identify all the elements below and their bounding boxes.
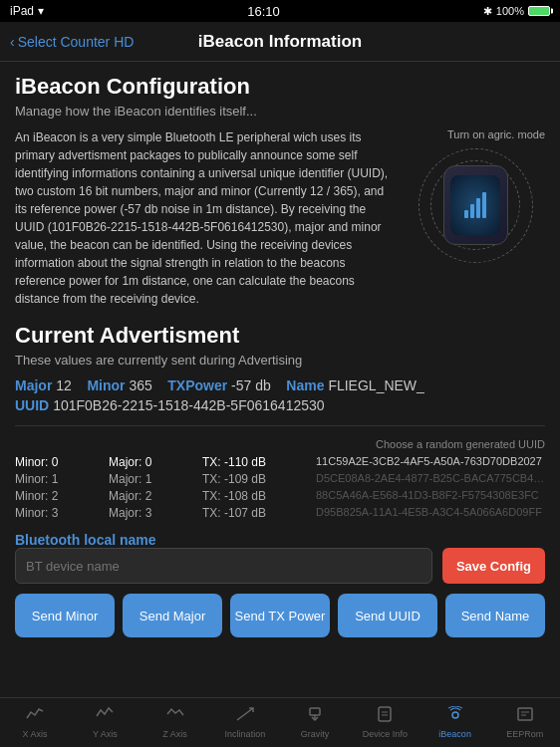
tab-eeprom[interactable]: EEPRom bbox=[490, 698, 560, 747]
status-time: 16:10 bbox=[247, 4, 280, 19]
tab-bar: X Axis Y Axis Z Axis Inclination Gravity… bbox=[0, 697, 560, 747]
row0-major: Major: 0 bbox=[109, 455, 198, 469]
tab-y-axis[interactable]: Y Axis bbox=[70, 698, 140, 747]
row1-tx: TX: -109 dB bbox=[202, 472, 312, 486]
nav-back-label: Select Counter HD bbox=[18, 34, 135, 50]
row2-uuid: 88C5A46A-E568-41D3-B8F2-F5754308E3FC bbox=[316, 489, 545, 503]
beacon-signal bbox=[464, 192, 486, 218]
send-uuid-button[interactable]: Send UUID bbox=[338, 594, 437, 637]
agric-mode-label: Turn on agric. mode bbox=[406, 128, 545, 140]
device-info-icon bbox=[375, 706, 395, 727]
svg-rect-1 bbox=[310, 708, 320, 715]
eeprom-icon bbox=[515, 706, 535, 727]
row2-minor: Minor: 2 bbox=[15, 489, 105, 503]
advertisment-section: Current Advertisment These values are cu… bbox=[15, 323, 545, 413]
tab-ibeacon[interactable]: iBeacon bbox=[420, 698, 490, 747]
beacon-screen bbox=[450, 175, 500, 235]
nav-back-button[interactable]: ‹ Select Counter HD bbox=[10, 34, 134, 50]
send-major-button[interactable]: Send Major bbox=[123, 594, 222, 637]
ibeacon-visual: Turn on agric. mode bbox=[406, 128, 545, 308]
battery-icon bbox=[528, 6, 550, 16]
tab-device-info-label: Device Info bbox=[363, 729, 408, 739]
save-config-button[interactable]: Save Config bbox=[442, 548, 545, 584]
ibeacon-icon bbox=[445, 706, 465, 727]
tab-z-axis-label: Z Axis bbox=[162, 729, 187, 739]
content-area: An iBeacon is a very simple Bluetooth LE… bbox=[15, 128, 545, 308]
beacon-container bbox=[416, 145, 535, 265]
config-section-subtitle: Manage how the iBeacon identifies itself… bbox=[15, 104, 545, 119]
action-buttons: Send Minor Send Major Send TX Power Send… bbox=[15, 594, 545, 637]
bluetooth-name-input[interactable] bbox=[15, 548, 432, 584]
beacon-device bbox=[443, 165, 508, 245]
tab-x-axis-label: X Axis bbox=[23, 729, 48, 739]
send-minor-button[interactable]: Send Minor bbox=[15, 594, 115, 637]
row3-uuid: D95B825A-11A1-4E5B-A3C4-5A066A6D09FF bbox=[316, 506, 545, 520]
svg-point-6 bbox=[452, 712, 458, 718]
tab-inclination[interactable]: Inclination bbox=[210, 698, 280, 747]
wifi-icon: ▾ bbox=[38, 4, 44, 18]
x-axis-icon bbox=[25, 706, 45, 727]
tab-gravity[interactable]: Gravity bbox=[280, 698, 350, 747]
svg-rect-3 bbox=[379, 707, 391, 721]
advert-section-title: Current Advertisment bbox=[15, 323, 545, 349]
bluetooth-section: Bluetooth local name Save Config bbox=[15, 532, 545, 584]
config-section-title: iBeacon Configuration bbox=[15, 74, 545, 100]
tab-eeprom-label: EEPRom bbox=[506, 729, 543, 739]
divider bbox=[15, 425, 545, 426]
nav-title: iBeacon Information bbox=[198, 32, 362, 52]
config-description: An iBeacon is a very simple Bluetooth LE… bbox=[15, 128, 391, 308]
svg-rect-7 bbox=[518, 708, 532, 720]
table-row[interactable]: Minor: 0 Major: 0 TX: -110 dB 11C59A2E-3… bbox=[15, 455, 545, 469]
tab-x-axis[interactable]: X Axis bbox=[0, 698, 70, 747]
row1-uuid: D5CE08A8-2AE4-4877-B25C-BACA775CB499 bbox=[316, 472, 545, 486]
table-row[interactable]: Minor: 2 Major: 2 TX: -108 dB 88C5A46A-E… bbox=[15, 489, 545, 503]
advert-major-row: Major 12 Minor 365 TXPower -57 db Name F… bbox=[15, 377, 545, 393]
battery-percent: 100% bbox=[496, 5, 524, 17]
chevron-left-icon: ‹ bbox=[10, 34, 15, 50]
bluetooth-row: Save Config bbox=[15, 548, 545, 584]
table-row[interactable]: Minor: 3 Major: 3 TX: -107 dB D95B825A-1… bbox=[15, 506, 545, 520]
uuid-header: Choose a random generated UUID bbox=[15, 438, 545, 450]
advert-major-label: Major bbox=[15, 377, 52, 393]
advert-minor-label: Minor bbox=[87, 377, 125, 393]
carrier-text: iPad bbox=[10, 4, 34, 18]
data-table: Choose a random generated UUID Minor: 0 … bbox=[15, 438, 545, 520]
y-axis-icon bbox=[95, 706, 115, 727]
row3-minor: Minor: 3 bbox=[15, 506, 105, 520]
send-name-button[interactable]: Send Name bbox=[445, 594, 545, 637]
row0-uuid: 11C59A2E-3CB2-4AF5-A50A-763D70DB2027 bbox=[316, 455, 545, 469]
signal-bar-4 bbox=[482, 192, 486, 218]
row1-major: Major: 1 bbox=[109, 472, 198, 486]
row2-major: Major: 2 bbox=[109, 489, 198, 503]
advert-section-subtitle: These values are currently sent during A… bbox=[15, 353, 545, 368]
tab-y-axis-label: Y Axis bbox=[93, 729, 118, 739]
bluetooth-icon: ✱ bbox=[483, 5, 492, 18]
advert-uuid-label: UUID bbox=[15, 397, 49, 413]
signal-bar-1 bbox=[464, 210, 468, 218]
nav-bar: ‹ Select Counter HD iBeacon Information bbox=[0, 22, 560, 62]
tab-z-axis[interactable]: Z Axis bbox=[140, 698, 210, 747]
row0-tx: TX: -110 dB bbox=[202, 455, 312, 469]
row2-tx: TX: -108 dB bbox=[202, 489, 312, 503]
tab-ibeacon-label: iBeacon bbox=[438, 729, 471, 739]
advert-txpower-label: TXPower bbox=[167, 377, 227, 393]
advert-uuid-row: UUID 101F0B26-2215-1518-442B-5F061641253… bbox=[15, 397, 545, 413]
signal-bar-3 bbox=[476, 198, 480, 218]
row0-minor: Minor: 0 bbox=[15, 455, 105, 469]
table-row[interactable]: Minor: 1 Major: 1 TX: -109 dB D5CE08A8-2… bbox=[15, 472, 545, 486]
status-bar: iPad ▾ 16:10 ✱ 100% bbox=[0, 0, 560, 22]
tab-gravity-label: Gravity bbox=[301, 729, 330, 739]
send-tx-power-button[interactable]: Send TX Power bbox=[230, 594, 330, 637]
row1-minor: Minor: 1 bbox=[15, 472, 105, 486]
tab-inclination-label: Inclination bbox=[225, 729, 266, 739]
svg-line-0 bbox=[237, 708, 253, 720]
gravity-icon bbox=[305, 706, 325, 727]
advert-name-label: Name bbox=[286, 377, 324, 393]
z-axis-icon bbox=[165, 706, 185, 727]
status-right: ✱ 100% bbox=[483, 5, 550, 18]
row3-major: Major: 3 bbox=[109, 506, 198, 520]
tab-device-info[interactable]: Device Info bbox=[350, 698, 420, 747]
inclination-icon bbox=[235, 706, 255, 727]
row3-tx: TX: -107 dB bbox=[202, 506, 312, 520]
main-content: iBeacon Configuration Manage how the iBe… bbox=[0, 62, 560, 697]
